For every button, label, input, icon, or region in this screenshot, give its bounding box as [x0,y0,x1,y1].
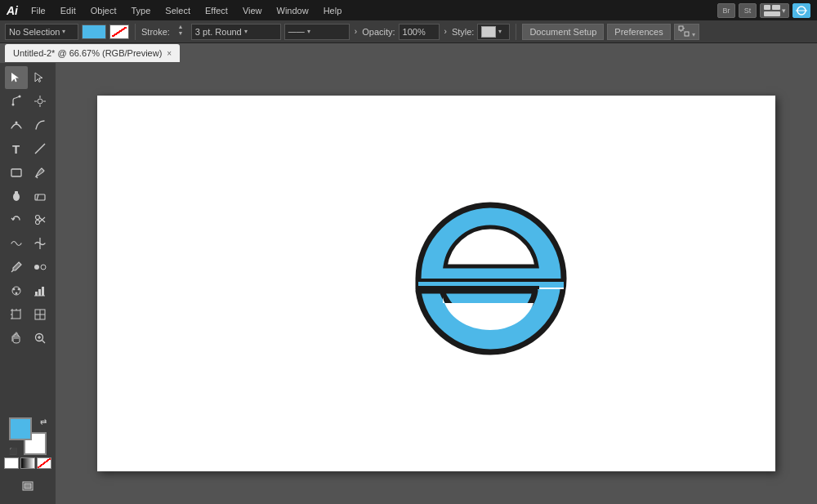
svg-point-16 [15,122,17,124]
preferences-button[interactable]: Preferences [607,24,670,40]
menu-help[interactable]: Help [319,4,347,17]
bottom-tools-row [2,475,54,497]
fill-color-box[interactable] [82,25,106,39]
svg-line-23 [37,194,38,200]
eyedropper-tool[interactable] [5,256,28,279]
e-letter-group [418,205,564,352]
stroke-value-dropdown[interactable]: 3 pt. Round ▾ [191,24,281,40]
selection-tool[interactable] [5,66,28,89]
svg-point-25 [35,221,39,225]
reset-colors-icon[interactable]: ⬛ [9,448,17,455]
stroke-color-box[interactable] [109,25,129,39]
color-fill-mode-icon[interactable] [4,457,19,469]
swap-colors-icon[interactable]: ⇄ [40,417,47,426]
transform-icon-button[interactable]: ▾ [674,24,699,40]
bridge-icon[interactable]: Br [717,3,735,18]
scissors-tool[interactable] [29,208,51,231]
tab-bar: Untitled-2* @ 66.67% (RGB/Preview) × [0,43,817,63]
artboard-tool[interactable] [5,303,28,326]
type-tool[interactable]: T [5,137,28,160]
pen-tool-row [2,90,54,113]
shape-tool-row [2,161,54,184]
stroke-value: 3 pt. Round [195,27,242,37]
blend-tool[interactable] [29,256,51,279]
document-setup-button[interactable]: Document Setup [522,24,604,40]
selection-label: No Selection [9,27,60,37]
stroke-weight-up[interactable]: ▲ ▼ [173,24,188,40]
warp-tool-row [2,232,54,255]
anchor-point-tool[interactable] [29,90,51,113]
curvature-tool[interactable] [5,114,28,136]
menu-view[interactable]: View [238,4,267,17]
artboard-tool-row [2,303,54,326]
workspace-switcher-icon[interactable]: ▾ [760,3,789,18]
smooth-tool[interactable] [29,114,51,136]
svg-rect-5 [679,26,683,30]
svg-point-35 [16,292,17,294]
bridge-icons: Br St ▾ [717,3,810,18]
arrow-right-icon: › [355,27,357,36]
svg-point-24 [35,216,39,220]
opacity-label: Opacity: [362,27,395,37]
change-screen-mode[interactable] [16,475,39,497]
menu-object[interactable]: Object [86,4,122,17]
eraser-tool-row [2,185,54,207]
eraser-tool[interactable] [29,185,51,207]
svg-rect-36 [35,292,38,296]
rotate-tool[interactable] [5,208,28,231]
svg-rect-2 [764,11,780,16]
svg-line-19 [36,176,38,178]
canvas-area[interactable] [56,63,817,504]
svg-rect-1 [772,5,780,10]
no-fill-mode-icon[interactable] [37,457,51,469]
style-dropdown[interactable]: ▾ [477,24,510,40]
foreground-color-swatch[interactable] [9,417,32,440]
direct-selection-tool[interactable] [29,66,51,89]
opacity-input[interactable] [399,24,440,40]
main-layout: T [0,63,817,504]
symbol-sprayer-tool[interactable] [5,279,28,302]
menu-effect[interactable]: Effect [200,4,233,17]
width-tool[interactable] [29,232,51,255]
options-bar: No Selection ▾ Stroke: ▲ ▼ 3 pt. Round ▾… [0,20,817,43]
ie-logo-svg [400,193,580,372]
svg-rect-38 [42,287,44,296]
arrange-icons-icon[interactable] [792,3,810,18]
svg-point-9 [18,96,20,98]
svg-rect-0 [764,5,770,10]
warp-tool[interactable] [5,232,28,255]
left-toolbar: T [0,63,56,504]
line-segment-tool[interactable] [29,137,51,160]
rectangle-tool[interactable] [5,161,28,184]
stock-icon[interactable]: St [739,3,757,18]
zoom-tool[interactable] [29,327,51,350]
menu-file[interactable]: File [26,4,51,17]
pencil-tool[interactable] [29,161,51,184]
gradient-mode-icon[interactable] [20,457,35,469]
svg-point-30 [34,265,39,270]
blob-brush-tool[interactable] [5,185,28,207]
stroke-profile-dropdown[interactable]: —— ▾ [284,24,350,40]
svg-rect-6 [685,32,689,36]
selection-dropdown[interactable]: No Selection ▾ [5,24,78,40]
menu-window[interactable]: Window [272,4,314,17]
hand-zoom-tool-row [2,327,54,350]
style-preview [481,26,496,38]
rotate-tool-row [2,208,54,231]
document-tab[interactable]: Untitled-2* @ 66.67% (RGB/Preview) × [5,44,180,62]
pen-tool[interactable] [5,90,28,113]
slice-tool[interactable] [29,303,51,326]
ie-logo-container [400,193,580,374]
menu-edit[interactable]: Edit [56,4,81,17]
color-area: ⇄ ⬛ [2,413,54,474]
tab-close-button[interactable]: × [167,49,172,58]
hand-tool[interactable] [5,327,28,350]
column-graph-tool[interactable] [29,279,51,302]
app-logo: Ai [7,4,18,17]
svg-point-10 [11,104,14,106]
svg-point-11 [38,99,42,104]
menu-type[interactable]: Type [127,4,156,17]
fg-bg-colors: ⇄ ⬛ [9,417,47,455]
menu-select[interactable]: Select [160,4,195,17]
selection-tool-row [2,66,54,89]
